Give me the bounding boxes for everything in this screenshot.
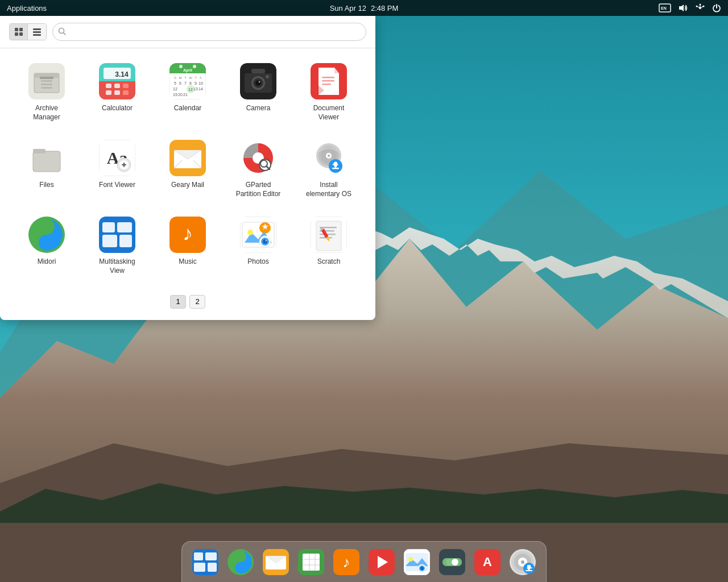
app-item-scratch[interactable]: Scratch [293,207,364,284]
dock-item-multitasking[interactable] [189,546,222,579]
page-2-button[interactable]: 2 [189,295,205,309]
svg-rect-153 [208,563,217,572]
app-grid: Archive Manager 3.14 Calcu [0,48,375,290]
svg-rect-30 [41,84,52,85]
applications-menu-button[interactable]: Applications [7,4,47,13]
panel-clock: Sun Apr 12 2:48 PM [330,4,399,13]
launcher-toolbar [0,16,375,48]
camera-label: Camera [246,104,271,113]
app-item-gparted[interactable]: GParted Partition Editor [223,131,293,207]
svg-point-188 [521,560,524,564]
calculator-icon: 3.14 [99,63,135,99]
svg-text:F: F [200,76,202,80]
music-icon: ♪ [169,217,206,253]
view-toggle [9,23,47,40]
app-item-document-viewer[interactable]: Document Viewer [293,54,364,131]
svg-text:T: T [184,76,187,80]
network-icon[interactable] [695,3,705,13]
svg-rect-125 [102,235,117,247]
keyboard-indicator[interactable]: EN [659,3,671,13]
svg-rect-40 [106,90,111,95]
app-item-midori[interactable]: Midori [11,207,82,284]
app-item-photos[interactable]: Photos [223,207,293,284]
svg-text:5: 5 [174,81,176,85]
dock-item-photos[interactable] [400,546,433,579]
svg-text:M: M [179,76,182,80]
font-viewer-label: Font Viewer [99,181,135,190]
app-launcher: Archive Manager 3.14 Calcu [0,16,375,320]
svg-rect-191 [527,565,531,568]
svg-rect-17 [19,28,23,31]
midori-icon [28,217,65,253]
svg-text:♪: ♪ [183,222,193,245]
svg-point-135 [247,230,253,235]
photos-icon [240,217,276,253]
dock-item-spreadsheet[interactable] [295,546,328,579]
svg-point-155 [238,554,243,559]
app-item-font-viewer[interactable]: Aa Font Viewer [82,131,152,207]
list-view-button[interactable] [28,24,46,40]
app-item-archive-manager[interactable]: Archive Manager [11,54,82,131]
multitasking-label: Multitasking View [92,257,143,275]
svg-rect-18 [15,32,18,36]
svg-rect-42 [123,90,129,95]
music-label: Music [179,257,196,267]
app-item-multitasking[interactable]: Multitasking View [82,207,152,284]
app-item-files[interactable]: Files [11,131,82,207]
archive-manager-icon [28,63,65,99]
page-1-button[interactable]: 1 [170,295,186,309]
svg-text:♪: ♪ [343,554,350,571]
svg-point-181 [452,559,458,566]
svg-rect-126 [119,235,132,247]
app-item-calculator[interactable]: 3.14 Calculator [82,54,152,131]
dock-item-mail[interactable] [259,546,292,579]
files-icon [28,140,65,176]
svg-point-119 [44,224,49,230]
calendar-label: Calendar [174,104,202,113]
svg-rect-34 [99,95,135,99]
midori-label: Midori [38,257,56,267]
dock-item-video[interactable] [365,546,398,579]
document-viewer-label: Document Viewer [303,104,354,122]
svg-point-112 [328,155,330,157]
dock-item-appstore[interactable]: A [471,546,504,579]
app-item-calendar[interactable]: April S M T W T F 5 6 7 8 9 10 12 12 [152,54,223,131]
dock-item-music[interactable]: ♪ [330,546,363,579]
svg-rect-39 [123,84,129,88]
svg-text:W: W [189,76,192,80]
search-input[interactable] [52,23,366,41]
dock-item-disk[interactable] [506,546,539,579]
dock-item-midori[interactable] [224,546,257,579]
grid-view-button[interactable] [10,24,28,40]
svg-rect-124 [117,222,132,232]
svg-marker-5 [0,483,728,523]
app-item-geary-mail[interactable]: Geary Mail [152,131,223,207]
svg-point-173 [408,557,413,562]
install-os-icon [311,140,347,176]
svg-point-156 [238,566,243,570]
svg-rect-31 [41,87,52,89]
dock-item-settings[interactable] [436,546,469,579]
svg-text:12: 12 [173,87,177,91]
camera-icon [240,63,276,99]
archive-manager-label: Archive Manager [21,104,72,122]
power-icon[interactable] [712,3,721,13]
pagination: 1 2 [0,295,375,309]
app-item-camera[interactable]: Camera [223,54,293,131]
app-item-install-os[interactable]: Install elementary OS [293,131,364,207]
svg-text:10: 10 [198,81,203,85]
volume-icon[interactable] [678,3,688,13]
svg-rect-37 [106,84,111,88]
svg-text:A: A [483,555,492,569]
panel-date: Sun Apr 12 [330,4,366,13]
app-item-music[interactable]: ♪ Music [152,207,223,284]
top-panel: Applications Sun Apr 12 2:48 PM EN [0,0,728,16]
files-label: Files [39,181,53,190]
svg-point-77 [266,75,269,78]
calculator-label: Calculator [102,104,133,113]
svg-text:13: 13 [193,87,198,91]
dock: ♪ [181,541,547,582]
svg-rect-38 [114,84,120,88]
svg-text:19: 19 [173,93,177,97]
svg-rect-22 [33,34,41,36]
